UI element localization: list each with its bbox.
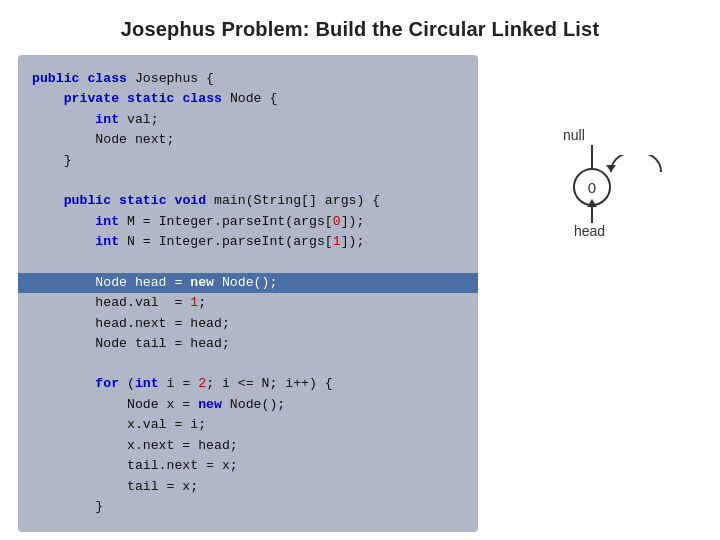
code-line-11: Node head = new Node(); [18, 273, 478, 293]
code-line-22: } [18, 497, 478, 517]
code-panel: public class Josephus { private static c… [18, 55, 478, 532]
code-line-10 [18, 253, 478, 273]
head-arrow [591, 206, 593, 223]
code-line-4: Node next; [18, 130, 478, 150]
code-line-16: for (int i = 2; i <= N; i++) { [18, 374, 478, 394]
node-value: 0 [588, 179, 596, 196]
diagram-panel: null 0 head [478, 55, 702, 532]
code-line-19: x.next = head; [18, 436, 478, 456]
code-line-18: x.val = i; [18, 415, 478, 435]
code-line-13: head.next = head; [18, 314, 478, 334]
code-line-7: public static void main(String[] args) { [18, 191, 478, 211]
self-arrow-svg [606, 155, 666, 215]
code-line-9: int N = Integer.parseInt(args[1]); [18, 232, 478, 252]
code-line-6 [18, 171, 478, 191]
code-line-17: Node x = new Node(); [18, 395, 478, 415]
code-line-3: int val; [18, 110, 478, 130]
svg-marker-0 [606, 165, 616, 172]
code-line-5: } [18, 151, 478, 171]
code-line-12: head.val = 1; [18, 293, 478, 313]
code-line-8: int M = Integer.parseInt(args[0]); [18, 212, 478, 232]
code-line-21: tail = x; [18, 477, 478, 497]
code-line-2: private static class Node { [18, 89, 478, 109]
head-label: head [574, 223, 605, 239]
code-line-1: public class Josephus { [18, 69, 478, 89]
code-line-14: Node tail = head; [18, 334, 478, 354]
null-label: null [563, 127, 585, 143]
page-title: Josephus Problem: Build the Circular Lin… [0, 0, 720, 55]
code-line-15 [18, 354, 478, 374]
code-line-20: tail.next = x; [18, 456, 478, 476]
